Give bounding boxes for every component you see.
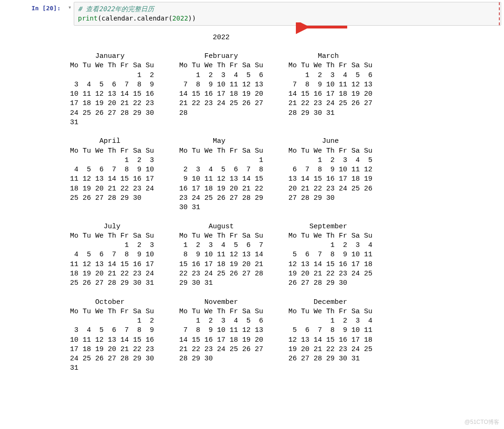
selection-edge	[499, 2, 500, 25]
watermark: @51CTO博客	[464, 418, 499, 426]
code-cell: In [20]: ▾ # 查看2022年的完整日历 print(calendar…	[0, 0, 504, 26]
code-editor[interactable]: # 查看2022年的完整日历 print(calendar.calendar(2…	[74, 2, 501, 26]
run-indicator-icon[interactable]: ▾	[65, 2, 74, 10]
input-prompt: In [20]:	[0, 2, 65, 12]
screenshot-root: In [20]: ▾ # 查看2022年的完整日历 print(calendar…	[0, 0, 504, 429]
code-comment: # 查看2022年的完整日历	[78, 5, 154, 13]
code-print: print	[78, 14, 98, 22]
calendar-output: 2022 January February March Mo Tu We Th …	[0, 26, 504, 373]
